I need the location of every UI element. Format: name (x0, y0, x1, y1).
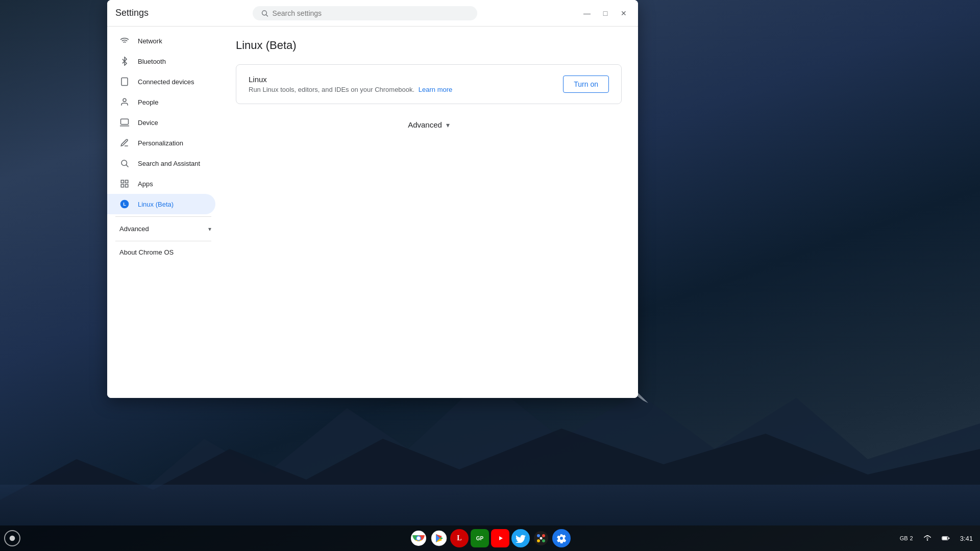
sidebar-item-about[interactable]: About Chrome OS (107, 243, 215, 261)
bluetooth-icon (119, 56, 130, 66)
game-pass-label: GP (476, 536, 483, 541)
svg-rect-37 (942, 537, 947, 539)
taskbar-app-play-store[interactable] (430, 529, 448, 547)
sidebar-label-connected-devices: Connected devices (138, 78, 194, 86)
pencil-icon (119, 138, 130, 148)
page-content: Linux (Beta) Linux Run Linux tools, edit… (219, 27, 638, 398)
search-input[interactable] (273, 9, 469, 17)
svg-line-12 (126, 165, 128, 167)
grid-icon (119, 179, 130, 189)
turn-on-button[interactable]: Turn on (563, 76, 609, 93)
sidebar-advanced-chevron: ▾ (208, 226, 211, 233)
battery-icon (942, 534, 950, 542)
svg-point-34 (542, 539, 545, 542)
gb-label: GB (900, 535, 908, 541)
title-bar: Settings — □ ✕ (107, 0, 638, 27)
linux-card-heading: Linux (249, 75, 452, 84)
sidebar-divider (115, 216, 211, 217)
close-button[interactable]: ✕ (618, 7, 630, 19)
content-advanced-chevron: ▾ (446, 121, 450, 129)
svg-rect-14 (126, 180, 128, 183)
svg-rect-16 (126, 185, 128, 187)
learn-more-link[interactable]: Learn more (419, 86, 452, 93)
sidebar-label-personalization: Personalization (138, 139, 183, 147)
sidebar-advanced[interactable]: Advanced ▾ (107, 219, 219, 239)
sidebar-item-search-assistant[interactable]: Search and Assistant (107, 153, 215, 173)
taskbar-left (4, 530, 20, 546)
sidebar-item-people[interactable]: People (107, 92, 215, 112)
sidebar-item-connected-devices[interactable]: Connected devices (107, 71, 215, 92)
linux-card: Linux Run Linux tools, editors, and IDEs… (236, 64, 622, 104)
launcher-icon (8, 534, 16, 542)
svg-rect-13 (121, 180, 124, 183)
taskbar-app-settings[interactable] (552, 529, 571, 547)
gb-count: 2 (910, 535, 913, 541)
taskbar-app-chrome[interactable] (409, 529, 428, 547)
taskbar-wifi-status[interactable] (920, 532, 935, 544)
chrome-icon (410, 530, 427, 546)
taskbar-right: GB 2 3:41 (897, 532, 976, 544)
sidebar-label-search-assistant: Search and Assistant (138, 160, 200, 167)
sidebar-item-network[interactable]: Network (107, 31, 215, 51)
sidebar-item-apps[interactable]: Apps (107, 173, 215, 194)
taskbar-app-twitter[interactable] (511, 529, 530, 547)
taskbar: L GP (0, 525, 980, 551)
minimize-button[interactable]: — (581, 7, 593, 19)
sidebar: Network Bluetooth Conne (107, 27, 219, 398)
content-advanced-label: Advanced (408, 120, 442, 129)
svg-point-31 (537, 534, 540, 537)
svg-text:L: L (123, 202, 126, 207)
settings-app-icon (556, 533, 567, 543)
lastpass-label: L (457, 534, 461, 542)
launcher-button[interactable] (4, 530, 20, 546)
svg-rect-9 (121, 119, 129, 124)
taskbar-app-lastpass[interactable]: L (450, 529, 469, 547)
svg-rect-15 (121, 185, 124, 187)
sidebar-label-apps: Apps (138, 180, 153, 188)
sidebar-advanced-label: Advanced (119, 225, 149, 233)
wifi-status-icon (923, 534, 932, 542)
sidebar-label-network: Network (138, 37, 162, 45)
taskbar-app-sheets[interactable] (532, 529, 550, 547)
search-icon (261, 9, 268, 17)
svg-point-8 (123, 98, 126, 102)
taskbar-apps: L GP (409, 529, 571, 547)
play-store-icon (431, 530, 447, 546)
window-controls: — □ ✕ (581, 7, 630, 19)
sidebar-item-bluetooth[interactable]: Bluetooth (107, 51, 215, 71)
sidebar-label-bluetooth: Bluetooth (138, 58, 166, 65)
svg-line-5 (266, 14, 267, 16)
linux-card-description: Run Linux tools, editors, and IDEs on yo… (249, 86, 452, 93)
settings-window: Settings — □ ✕ (107, 0, 638, 398)
main-content: Network Bluetooth Conne (107, 27, 638, 398)
search-sidebar-icon (119, 158, 130, 168)
linux-card-info: Linux Run Linux tools, editors, and IDEs… (249, 75, 452, 93)
search-box[interactable] (253, 6, 477, 20)
content-advanced[interactable]: Advanced ▾ (236, 116, 622, 133)
maximize-button[interactable]: □ (599, 7, 611, 19)
taskbar-gb-info[interactable]: GB 2 (897, 533, 916, 543)
page-title: Linux (Beta) (236, 39, 622, 52)
sidebar-label-about: About Chrome OS (119, 248, 174, 256)
sidebar-item-linux-beta[interactable]: L Linux (Beta) (107, 194, 215, 214)
svg-point-32 (542, 534, 545, 537)
search-area (253, 6, 477, 20)
svg-point-4 (262, 10, 266, 15)
taskbar-app-game-pass[interactable]: GP (471, 529, 489, 547)
taskbar-battery[interactable] (939, 532, 953, 544)
svg-point-19 (10, 536, 15, 541)
time-display: 3:41 (960, 535, 973, 542)
svg-marker-29 (499, 536, 503, 540)
sidebar-item-personalization[interactable]: Personalization (107, 133, 215, 153)
person-icon (119, 97, 130, 107)
svg-point-35 (540, 537, 543, 540)
laptop-icon (119, 117, 130, 128)
youtube-icon (495, 534, 506, 543)
sidebar-item-device[interactable]: Device (107, 112, 215, 133)
twitter-icon (516, 534, 526, 543)
taskbar-time[interactable]: 3:41 (957, 533, 976, 544)
wifi-icon (119, 36, 130, 46)
tablet-icon (119, 77, 130, 87)
sidebar-label-device: Device (138, 119, 158, 127)
taskbar-app-youtube[interactable] (491, 529, 509, 547)
